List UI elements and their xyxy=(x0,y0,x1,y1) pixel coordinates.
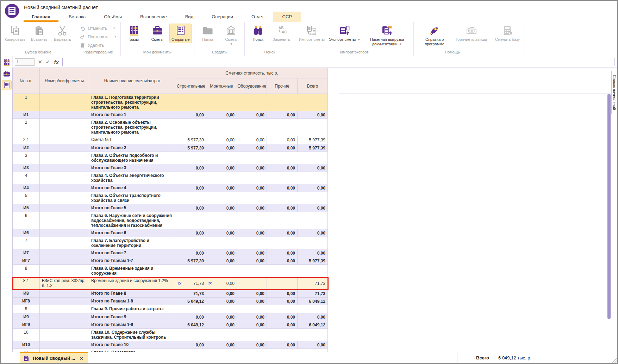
column-header-4[interactable]: Строительные xyxy=(176,78,206,94)
cell-code[interactable] xyxy=(40,144,89,152)
cell-name[interactable]: Глава 5. Объекты транспортного хозяйства… xyxy=(89,192,176,204)
cell-value-4[interactable]: 0,00 xyxy=(267,298,298,305)
table-row[interactable]: 5Глава 5. Объекты транспортного хозяйств… xyxy=(13,192,328,204)
cell-num[interactable]: И8 xyxy=(13,290,40,298)
cell-value-4[interactable]: 0,00 xyxy=(267,204,298,212)
cell-code[interactable] xyxy=(40,184,89,192)
menu-tab-5[interactable]: Вид xyxy=(176,12,203,22)
cell-value-1[interactable]: 5 977,39 xyxy=(176,144,206,152)
resize-grip[interactable] xyxy=(612,358,617,363)
cell-value-5[interactable]: 0,00 xyxy=(298,313,328,321)
cell-code[interactable] xyxy=(40,265,89,277)
cell-value-3[interactable]: 0,00 xyxy=(237,321,267,329)
cell-code[interactable] xyxy=(40,329,89,341)
cell-value-1[interactable]: 71,73 xyxy=(176,290,206,298)
confirm-icon[interactable]: ✓ xyxy=(46,59,50,65)
cell-value-2[interactable]: 0,00 xyxy=(206,184,237,192)
cell-name[interactable]: Глава 6. Наружные сети и сооружения водо… xyxy=(89,212,176,229)
cell-value-1[interactable]: 0,00 xyxy=(176,164,206,172)
cell-name[interactable]: Глава 3. Объекты подсобного и обслуживаю… xyxy=(89,152,176,164)
cell-code[interactable] xyxy=(40,237,89,249)
cell-value-4[interactable] xyxy=(267,277,298,290)
cell-name[interactable]: Итого по Главе 9 xyxy=(89,313,176,321)
cell-value-5[interactable]: 0,00 xyxy=(298,164,328,172)
cell-value-4[interactable]: 0,00 xyxy=(267,321,298,329)
cell-code[interactable] xyxy=(40,341,89,349)
cell-reference-input[interactable] xyxy=(15,58,35,66)
cell-code[interactable] xyxy=(40,192,89,204)
cell-code[interactable] xyxy=(40,257,89,265)
cell-value-1[interactable]: 6 049,12 xyxy=(176,321,206,329)
cell-value-2[interactable]: 0,00 xyxy=(206,290,237,298)
cell-num[interactable]: И7 xyxy=(13,249,40,257)
column-header-num[interactable]: № п.п. xyxy=(13,68,40,94)
cell-value-4[interactable]: 0,00 xyxy=(267,136,298,144)
table-row[interactable]: И5Итого по Главе 50,000,000,000,000,00 xyxy=(13,204,328,212)
cell-name[interactable]: Итого по Главе 1 xyxy=(89,111,176,119)
cell-name[interactable]: Смета №1 xyxy=(89,136,176,144)
column-header-code[interactable]: Номер/шифр сметы xyxy=(40,68,89,94)
cell-num[interactable]: 8 xyxy=(13,265,40,277)
cell-value-3[interactable]: 0,00 xyxy=(237,184,267,192)
table-row[interactable]: И9Итого по Главе 90,000,000,000,000,00 xyxy=(13,313,328,321)
cell-num[interactable]: И3 xyxy=(13,164,40,172)
cell-value-5[interactable]: 5 977,39 xyxy=(298,257,328,265)
ribbon-button-help[interactable]: Справка о программе xyxy=(416,24,453,47)
cell-value-5[interactable]: 5 977,39 xyxy=(298,136,328,144)
table-row[interactable]: ИГ8Итого по Главам 1-86 049,120,000,000,… xyxy=(13,298,328,305)
cell-value-3[interactable]: 0,00 xyxy=(237,204,267,212)
cell-num[interactable]: 2 xyxy=(13,119,40,136)
cell-num[interactable]: И10 xyxy=(13,341,40,349)
vertical-scrollbar-thumb[interactable] xyxy=(607,94,611,319)
cell-code[interactable] xyxy=(40,298,89,305)
cell-code[interactable] xyxy=(40,321,89,329)
cell-num[interactable]: 5 xyxy=(13,192,40,204)
cell-name[interactable]: Глава 4. Объекты энергетического хозяйст… xyxy=(89,172,176,184)
cell-value-4[interactable]: 0,00 xyxy=(267,290,298,298)
menu-tab-8[interactable]: ССР xyxy=(273,12,301,22)
cell-value-2[interactable]: 0,00 xyxy=(206,164,237,172)
cell-value-2[interactable]: fx0,00 xyxy=(206,277,237,290)
cell-num[interactable]: И5 xyxy=(13,204,40,212)
table-row[interactable]: ИГ9Итого по Главам 1-96 049,120,000,000,… xyxy=(13,321,328,329)
table-row[interactable]: 1Глава 1. Подготовка территории строител… xyxy=(13,94,328,111)
cell-code[interactable] xyxy=(40,229,89,237)
cell-code[interactable] xyxy=(40,136,89,144)
table-row[interactable]: 8Глава 8. Временные здания и сооружения xyxy=(13,265,328,277)
rail-button-smety[interactable] xyxy=(2,69,12,79)
cell-num[interactable]: 9 xyxy=(13,305,40,313)
table-row[interactable]: И7Итого по Главе 70,000,000,000,000,00 xyxy=(13,249,328,257)
table-row[interactable]: И3Итого по Главе 30,000,000,000,000,00 xyxy=(13,164,328,172)
cell-num[interactable]: И2 xyxy=(13,144,40,152)
table-row[interactable]: 6Глава 6. Наружные сети и сооружения вод… xyxy=(13,212,328,229)
cell-name[interactable]: Итого по Главе 7 xyxy=(89,249,176,257)
cell-value-5[interactable]: 71,73 xyxy=(298,290,328,298)
chevron-down-icon[interactable]: ▼ xyxy=(113,27,116,30)
cell-value-4[interactable]: 0,00 xyxy=(267,341,298,349)
cell-value-4[interactable]: 0,00 xyxy=(267,257,298,265)
table-row[interactable]: 2Глава 2. Основные объекты строительства… xyxy=(13,119,328,136)
cell-value-3[interactable]: 0,00 xyxy=(237,229,267,237)
ribbon-button-batch-export[interactable]: Пакетная выгрузка документации ▼ xyxy=(363,24,411,47)
cell-code[interactable] xyxy=(40,249,89,257)
cell-value-5[interactable]: 0,00 xyxy=(298,249,328,257)
cell-values-merged[interactable] xyxy=(176,152,328,164)
cell-value-2[interactable]: 0,00 xyxy=(206,144,237,152)
cell-num[interactable]: 8.1 xyxy=(13,277,40,290)
column-header-6[interactable]: Оборудование xyxy=(237,78,267,94)
cell-value-4[interactable]: 0,00 xyxy=(267,249,298,257)
ribbon-button-otkrytye[interactable]: Открытые xyxy=(169,24,192,43)
cell-name[interactable]: Глава 2. Основные объекты строительства,… xyxy=(89,119,176,136)
cell-value-5[interactable]: 0,00 xyxy=(298,204,328,212)
cell-value-2[interactable]: 0,00 xyxy=(206,298,237,305)
cell-num[interactable]: 2.1 xyxy=(13,136,40,144)
cell-value-3[interactable]: 0,00 xyxy=(237,136,267,144)
cell-value-4[interactable]: 0,00 xyxy=(267,229,298,237)
cell-values-merged[interactable] xyxy=(176,212,328,229)
cell-num[interactable]: ИГ8 xyxy=(13,298,40,305)
cell-code[interactable] xyxy=(40,119,89,136)
cell-value-3[interactable]: 0,00 xyxy=(237,249,267,257)
menu-tab-4[interactable]: Выполнение xyxy=(131,12,176,22)
cell-code[interactable] xyxy=(40,212,89,229)
tab-close-icon[interactable]: ✕ xyxy=(80,356,84,361)
